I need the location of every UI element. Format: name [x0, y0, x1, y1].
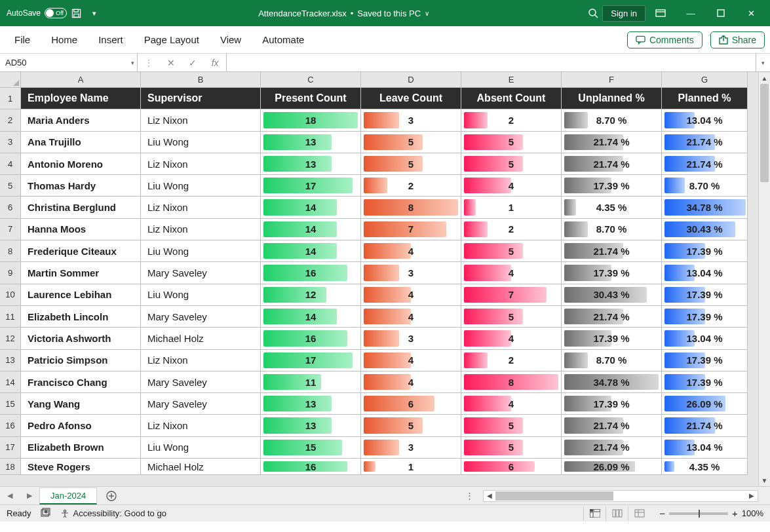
- vscroll-thumb[interactable]: [760, 84, 769, 182]
- cell-present[interactable]: 15: [261, 437, 361, 459]
- header-cell[interactable]: Supervisor: [141, 88, 261, 109]
- cell-supervisor[interactable]: Michael Holz: [141, 328, 261, 349]
- cell-unplanned[interactable]: 17.39 %: [562, 328, 662, 349]
- row-header[interactable]: 17: [0, 437, 21, 459]
- share-button[interactable]: Share: [710, 31, 765, 48]
- cell-absent[interactable]: 8: [461, 371, 562, 393]
- tab-next-icon[interactable]: ▶: [27, 491, 32, 500]
- cell-employee-name[interactable]: Steve Rogers: [21, 459, 141, 475]
- zoom-in-button[interactable]: +: [732, 508, 738, 519]
- cell-employee-name[interactable]: Thomas Hardy: [21, 175, 141, 197]
- zoom-out-button[interactable]: −: [659, 508, 665, 519]
- cell-absent[interactable]: 4: [461, 393, 562, 415]
- cell-supervisor[interactable]: Liu Wong: [141, 284, 261, 306]
- cell-planned[interactable]: 13.04 %: [662, 109, 748, 131]
- col-header-D[interactable]: D: [361, 72, 461, 88]
- cell-leave[interactable]: 3: [361, 109, 461, 131]
- cell-absent[interactable]: 5: [461, 415, 562, 436]
- cell-unplanned[interactable]: 21.74 %: [562, 240, 662, 262]
- cell-leave[interactable]: 2: [361, 175, 461, 197]
- cell-employee-name[interactable]: Hanna Moos: [21, 219, 141, 240]
- cell-planned[interactable]: 26.09 %: [662, 393, 748, 415]
- header-cell[interactable]: Unplanned %: [562, 88, 662, 109]
- cell-unplanned[interactable]: 34.78 %: [562, 371, 662, 393]
- cell-supervisor[interactable]: Liz Nixon: [141, 197, 261, 218]
- menu-home[interactable]: Home: [42, 30, 87, 49]
- cell-absent[interactable]: 6: [461, 459, 562, 475]
- cell-planned[interactable]: 21.74 %: [662, 132, 748, 153]
- accessibility-status[interactable]: Accessibility: Good to go: [60, 508, 166, 518]
- cell-employee-name[interactable]: Maria Anders: [21, 109, 141, 131]
- cell-planned[interactable]: 13.04 %: [662, 262, 748, 284]
- select-all-button[interactable]: [0, 72, 21, 88]
- cell-leave[interactable]: 5: [361, 415, 461, 436]
- cell-planned[interactable]: 21.74 %: [662, 153, 748, 175]
- close-button[interactable]: ✕: [736, 1, 766, 25]
- cell-planned[interactable]: 13.04 %: [662, 437, 748, 459]
- cell-absent[interactable]: 5: [461, 306, 562, 328]
- sheet-tab-active[interactable]: Jan-2024: [39, 487, 97, 504]
- cell-employee-name[interactable]: Ana Trujillo: [21, 132, 141, 153]
- cell-planned[interactable]: 17.39 %: [662, 240, 748, 262]
- cell-leave[interactable]: 7: [361, 219, 461, 240]
- save-icon[interactable]: [67, 4, 85, 22]
- horizontal-scrollbar[interactable]: ◀ ▶: [483, 490, 758, 502]
- row-header[interactable]: 7: [0, 219, 21, 240]
- cell-planned[interactable]: 17.39 %: [662, 284, 748, 306]
- cell-present[interactable]: 18: [261, 109, 361, 131]
- row-header[interactable]: 18: [0, 459, 21, 475]
- cell-supervisor[interactable]: Liz Nixon: [141, 350, 261, 371]
- cell-leave[interactable]: 3: [361, 262, 461, 284]
- cell-planned[interactable]: 17.39 %: [662, 350, 748, 371]
- cell-leave[interactable]: 4: [361, 371, 461, 393]
- cell-employee-name[interactable]: Antonio Moreno: [21, 153, 141, 175]
- cell-supervisor[interactable]: Liu Wong: [141, 437, 261, 459]
- cell-supervisor[interactable]: Liu Wong: [141, 132, 261, 153]
- cell-unplanned[interactable]: 17.39 %: [562, 393, 662, 415]
- row-header[interactable]: 16: [0, 415, 21, 436]
- search-icon[interactable]: [584, 4, 602, 22]
- col-header-C[interactable]: C: [261, 72, 361, 88]
- grip-icon[interactable]: ⋮: [138, 58, 160, 68]
- view-page-layout-button[interactable]: [606, 506, 628, 521]
- cell-absent[interactable]: 4: [461, 175, 562, 197]
- scroll-right-icon[interactable]: ▶: [746, 492, 758, 499]
- cell-supervisor[interactable]: Liu Wong: [141, 175, 261, 197]
- cell-present[interactable]: 17: [261, 350, 361, 371]
- cancel-formula-icon[interactable]: ✕: [160, 58, 182, 68]
- cell-unplanned[interactable]: 8.70 %: [562, 219, 662, 240]
- cell-employee-name[interactable]: Francisco Chang: [21, 371, 141, 393]
- tab-prev-icon[interactable]: ◀: [7, 491, 12, 500]
- cell-planned[interactable]: 21.74 %: [662, 415, 748, 436]
- cell-planned[interactable]: 17.39 %: [662, 371, 748, 393]
- header-cell[interactable]: Leave Count: [361, 88, 461, 109]
- cell-absent[interactable]: 2: [461, 109, 562, 131]
- cell-present[interactable]: 14: [261, 240, 361, 262]
- cell-unplanned[interactable]: 17.39 %: [562, 175, 662, 197]
- cell-leave[interactable]: 4: [361, 284, 461, 306]
- cell-planned[interactable]: 30.43 %: [662, 219, 748, 240]
- cell-planned[interactable]: 8.70 %: [662, 175, 748, 197]
- cell-employee-name[interactable]: Elizabeth Brown: [21, 437, 141, 459]
- cell-unplanned[interactable]: 21.74 %: [562, 415, 662, 436]
- cell-absent[interactable]: 5: [461, 240, 562, 262]
- minimize-button[interactable]: —: [676, 1, 706, 25]
- menu-insert[interactable]: Insert: [89, 30, 132, 49]
- cell-supervisor[interactable]: Mary Saveley: [141, 371, 261, 393]
- row-header[interactable]: 1: [0, 88, 21, 109]
- maximize-button[interactable]: [706, 1, 736, 25]
- cell-employee-name[interactable]: Laurence Lebihan: [21, 284, 141, 306]
- cell-absent[interactable]: 2: [461, 350, 562, 371]
- vertical-scrollbar[interactable]: ▲ ▼: [758, 72, 770, 486]
- cell-present[interactable]: 11: [261, 371, 361, 393]
- cell-employee-name[interactable]: Martin Sommer: [21, 262, 141, 284]
- cell-planned[interactable]: 17.39 %: [662, 306, 748, 328]
- row-header[interactable]: 12: [0, 328, 21, 349]
- cell-present[interactable]: 17: [261, 175, 361, 197]
- qat-more-icon[interactable]: ▾: [85, 4, 104, 22]
- cell-unplanned[interactable]: 26.09 %: [562, 459, 662, 475]
- header-cell[interactable]: Absent Count: [461, 88, 562, 109]
- col-header-B[interactable]: B: [141, 72, 261, 88]
- cell-present[interactable]: 14: [261, 306, 361, 328]
- cell-employee-name[interactable]: Elizabeth Lincoln: [21, 306, 141, 328]
